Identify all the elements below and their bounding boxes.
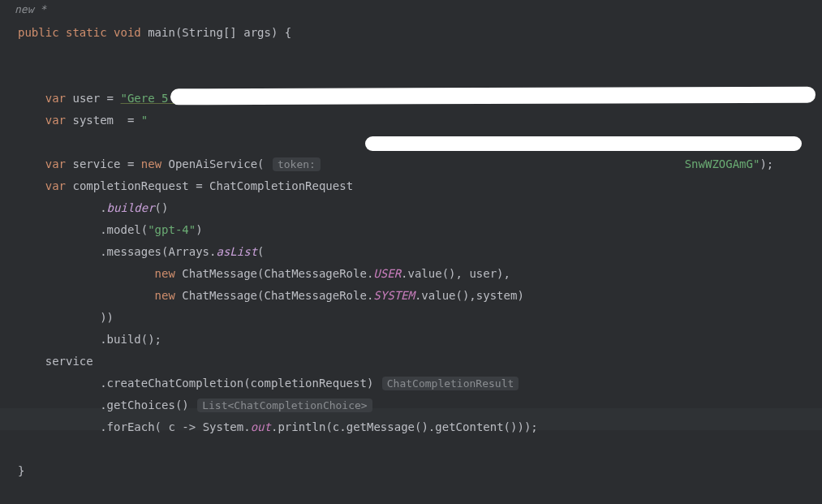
class-system: System [203, 420, 244, 433]
method-aslist: asList [216, 245, 257, 258]
field-out: out [251, 420, 271, 433]
method-foreach: forEach [107, 420, 155, 433]
method-value: value [421, 289, 455, 302]
keyword-new: new [155, 267, 175, 280]
keyword-new: new [155, 289, 175, 302]
string-token-tail: SnwWZOGAmG" [685, 157, 760, 170]
method-createchatcompletion: createChatCompletion [107, 377, 244, 390]
string-model: "gpt-4" [148, 223, 196, 236]
class-chatmessagerole: ChatMessageRole [264, 267, 366, 280]
method-getcontent: getContent [435, 420, 503, 433]
var-completionrequest: completionRequest [72, 179, 188, 192]
class-chatmessage: ChatMessage [182, 289, 257, 302]
class-openaiservice: OpenAiService [169, 157, 258, 170]
keyword-static: static [66, 26, 107, 39]
method-println: println [278, 420, 325, 433]
method-messages: messages [107, 245, 161, 258]
keyword-public: public [18, 26, 59, 39]
keyword-var: var [45, 114, 66, 127]
param-args: args [243, 26, 271, 39]
method-getmessage: getMessage [346, 420, 415, 433]
method-getchoices: getChoices [107, 398, 175, 411]
method-name-main: main [148, 26, 175, 39]
keyword-var: var [45, 157, 66, 170]
string-system-prompt: " [141, 114, 148, 127]
class-arrays: Arrays [168, 245, 209, 258]
keyword-new: new [141, 157, 161, 170]
method-builder: builder [107, 201, 155, 214]
keyword-var: var [45, 179, 66, 192]
method-value: value [408, 267, 442, 280]
code-editor[interactable]: public static void main(String[] args) {… [0, 19, 822, 498]
var-service: service [72, 157, 120, 170]
class-chatmessagerole: ChatMessageRole [264, 289, 366, 302]
class-chatcompletionrequest: ChatCompletionRequest [209, 179, 353, 192]
arg-system: system [476, 289, 518, 302]
enum-user: USER [373, 267, 401, 280]
type-hint-listchoice: List<ChatCompletionChoice> [197, 398, 372, 412]
ref-service: service [45, 355, 93, 368]
param-hint-token: token: [273, 157, 321, 171]
arg-user: user [469, 267, 497, 280]
lambda-arrow: -> [182, 420, 196, 433]
string-user-prompt: "Gere 5 produtos" [120, 92, 236, 105]
type-string-array: String[] [182, 26, 236, 39]
editor-tab[interactable]: new * [0, 0, 822, 19]
lambda-param-c: c [168, 420, 174, 433]
class-chatmessage: ChatMessage [182, 267, 257, 280]
type-hint-chatcompletionresult: ChatCompletionResult [382, 377, 519, 390]
arg-completionrequest: completionRequest [251, 377, 367, 390]
keyword-var: var [45, 92, 66, 105]
method-model: model [107, 223, 141, 236]
var-user: user [72, 92, 100, 105]
method-build: build [107, 333, 141, 346]
keyword-void: void [114, 26, 141, 39]
var-system: system [72, 114, 114, 127]
enum-system: SYSTEM [373, 289, 415, 302]
